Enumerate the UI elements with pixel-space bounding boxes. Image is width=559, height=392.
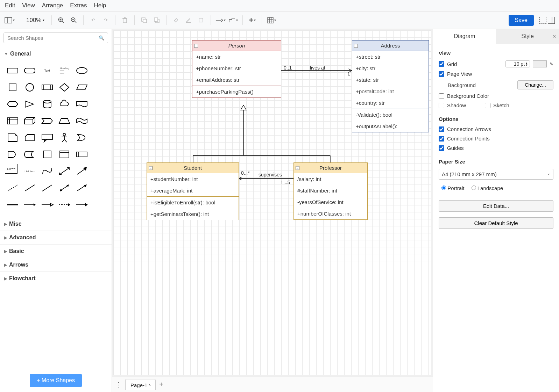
zoom-level[interactable]: 100% ▾ <box>23 17 47 24</box>
class-student[interactable]: −Student +studentNumber: int +averageMar… <box>147 162 239 220</box>
conn-points-checkbox[interactable] <box>439 136 444 141</box>
shape-textbox[interactable]: Heading━━━━━━ <box>57 63 72 78</box>
shape-line[interactable] <box>22 181 38 195</box>
shape-or[interactable] <box>74 130 90 145</box>
tab-diagram[interactable]: Diagram <box>433 29 496 44</box>
landscape-radio[interactable]: Landscape <box>472 185 503 191</box>
shape-link-arrow1[interactable] <box>22 197 38 212</box>
shape-card[interactable] <box>22 130 38 145</box>
shape-process[interactable] <box>40 80 55 95</box>
edge-mult-src[interactable]: 0..1 <box>284 65 292 71</box>
edge-mult-dst[interactable]: 1 <box>347 71 350 77</box>
eyedropper-icon[interactable]: ✎ <box>550 61 553 67</box>
shape-link-arrow4[interactable] <box>74 197 90 212</box>
class-professor[interactable]: −Professor /salary: int #staffNumber: in… <box>293 162 368 220</box>
shape-callout[interactable] <box>40 130 55 145</box>
search-input[interactable] <box>7 35 99 41</box>
collapse-icon[interactable]: − <box>194 44 198 48</box>
shape-and[interactable] <box>5 147 20 162</box>
to-back-icon[interactable] <box>151 15 162 26</box>
shape-circle[interactable] <box>22 80 38 95</box>
section-advanced[interactable]: ▶Advanced <box>0 231 112 244</box>
edge-label-supervises[interactable]: supervises <box>259 172 282 177</box>
table-icon[interactable]: ▾ <box>266 15 277 26</box>
zoom-in-icon[interactable] <box>56 15 66 26</box>
shape-bidir-line[interactable] <box>57 181 72 195</box>
search-shapes[interactable]: 🔍 <box>3 32 108 43</box>
shape-ellipse[interactable] <box>74 63 90 78</box>
shape-line2[interactable] <box>40 181 55 195</box>
shape-diamond[interactable] <box>57 80 72 95</box>
shape-frame[interactable] <box>57 147 72 162</box>
panels-toggle-icon[interactable]: ▾ <box>4 15 15 26</box>
change-background-button[interactable]: Change... <box>517 80 553 89</box>
section-basic[interactable]: ▶Basic <box>0 245 112 258</box>
shape-cube[interactable] <box>22 114 38 128</box>
section-flowchart[interactable]: ▶Flowchart <box>0 272 112 285</box>
tab-style[interactable]: Style× <box>496 29 559 44</box>
shape-triangle[interactable] <box>22 97 38 111</box>
clear-style-button[interactable]: Clear Default Style <box>439 217 553 229</box>
close-icon[interactable]: × <box>552 33 556 40</box>
redo-icon[interactable]: ↷ <box>100 15 111 26</box>
shape-rect[interactable] <box>5 63 20 78</box>
shape-list[interactable]: List━━ <box>5 164 17 174</box>
line-color-icon[interactable] <box>183 15 194 26</box>
grid-size-input[interactable]: 10 pt▴▾ <box>505 60 530 67</box>
paper-size-select[interactable]: A4 (210 mm x 297 mm)⌄ <box>439 169 553 180</box>
shape-internal-storage[interactable] <box>5 114 20 128</box>
shape-container[interactable] <box>40 147 55 162</box>
edit-data-button[interactable]: Edit Data... <box>439 200 553 212</box>
shape-rounded-rect[interactable] <box>22 63 38 78</box>
menu-view[interactable]: View <box>22 2 35 9</box>
grid-checkbox[interactable] <box>439 61 444 67</box>
shape-dir-line[interactable] <box>74 181 90 195</box>
zoom-out-icon[interactable] <box>69 15 79 26</box>
class-person[interactable]: −Person +name: str +phoneNumber: str +em… <box>192 40 281 98</box>
shape-note[interactable] <box>5 130 20 145</box>
connection-style-icon[interactable]: ▾ <box>215 15 226 26</box>
shape-dashed-line[interactable] <box>5 181 20 195</box>
shape-hexagon[interactable] <box>5 97 20 111</box>
shape-link-solid[interactable] <box>5 197 20 212</box>
more-shapes-button[interactable]: + More Shapes <box>30 374 82 387</box>
page-view-checkbox[interactable] <box>439 71 444 77</box>
shape-hcontainer[interactable] <box>74 147 90 162</box>
shape-cloud[interactable] <box>57 97 72 111</box>
menu-extras[interactable]: Extras <box>70 2 87 9</box>
shape-curve[interactable] <box>40 164 55 179</box>
shape-actor[interactable] <box>57 130 72 145</box>
shape-text[interactable]: Text <box>40 63 55 78</box>
fill-color-icon[interactable] <box>171 15 181 26</box>
section-arrows[interactable]: ▶Arrows <box>0 258 112 271</box>
shadow-toggle-icon[interactable] <box>196 15 206 26</box>
shape-link-arrow3[interactable] <box>57 197 72 212</box>
add-icon[interactable]: +▾ <box>247 15 257 26</box>
shape-document[interactable] <box>74 97 90 111</box>
canvas[interactable]: lives at 0..1 1 supervises 0...* 1...5 −… <box>113 30 431 375</box>
section-misc[interactable]: ▶Misc <box>0 217 112 231</box>
collapse-icon[interactable]: − <box>296 166 299 170</box>
menu-help[interactable]: Help <box>94 2 106 9</box>
shape-link-arrow2[interactable] <box>40 197 55 212</box>
save-button[interactable]: Save <box>509 15 534 26</box>
edge-label-lives-at[interactable]: lives at <box>310 65 325 71</box>
shape-data-storage[interactable] <box>22 147 38 162</box>
sketch-checkbox[interactable] <box>485 103 490 108</box>
shape-bidir-arrow[interactable] <box>57 164 72 179</box>
shape-arrow[interactable] <box>74 164 90 179</box>
shape-trapezoid[interactable] <box>57 114 72 128</box>
add-page-icon[interactable]: + <box>159 380 163 389</box>
guides-checkbox[interactable] <box>439 145 444 151</box>
conn-arrows-checkbox[interactable] <box>439 126 444 132</box>
shape-step[interactable] <box>40 114 55 128</box>
collapse-icon[interactable]: − <box>149 166 153 170</box>
shape-square[interactable] <box>5 80 20 95</box>
waypoint-style-icon[interactable]: ▾ <box>228 15 238 26</box>
section-general[interactable]: ▼General <box>0 47 112 60</box>
shape-list-item[interactable]: List Item <box>22 164 38 179</box>
delete-icon[interactable] <box>120 15 130 26</box>
fullscreen-icon[interactable] <box>539 17 546 24</box>
pages-menu-icon[interactable]: ⋮ <box>115 381 122 389</box>
class-address[interactable]: −Address +street: str +city: str +state:… <box>352 40 429 132</box>
